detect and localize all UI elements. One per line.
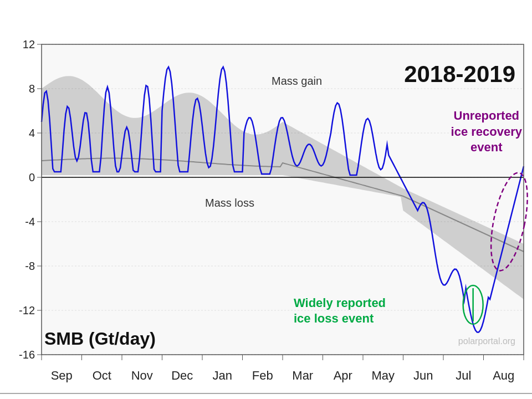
mass-loss-label: Mass loss [205,197,254,209]
widely-reported-annotation: Widely reported ice loss event [294,295,386,327]
widely-reported-text: Widely reported ice loss event [294,296,386,326]
chart-title: 2018-2019 [404,61,515,88]
unreported-annotation: Unreported ice recovery event [451,108,522,156]
source-label: polarportal.org [458,336,515,346]
unreported-text: Unreported ice recovery event [451,109,522,154]
mass-gain-label: Mass gain [272,75,322,88]
chart-container: 2018-2019 Unreported ice recovery event … [0,0,532,399]
y-axis-label: SMB (Gt/day) [44,329,156,349]
